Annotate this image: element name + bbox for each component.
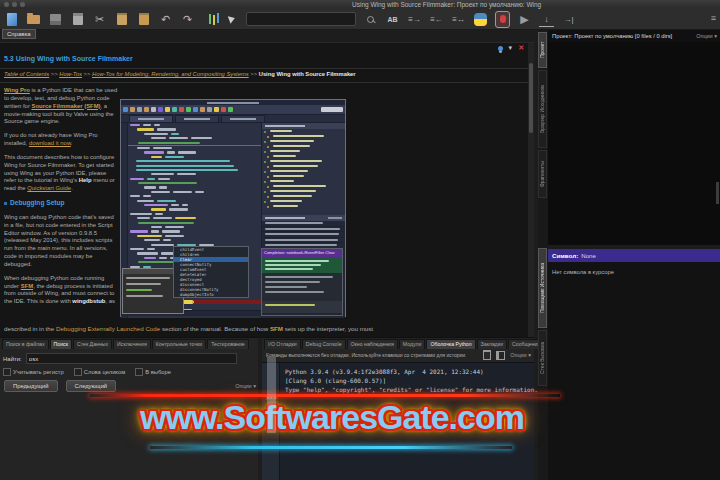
previous-button[interactable]: Предыдущий [4,380,58,392]
debug-to-cursor-icon[interactable]: ↓ [539,11,554,27]
python-shell-icon[interactable] [473,12,488,27]
next-button[interactable]: Следующий [66,380,117,392]
zoom-window-button[interactable] [20,2,25,7]
breadcrumb-link[interactable]: How-Tos [59,71,82,77]
toggle-whitespace-icon[interactable] [202,12,217,27]
checkbox-box[interactable] [74,368,82,376]
decor [191,137,212,139]
panel-tab[interactable]: Тестирование [207,339,249,349]
clear-shell-icon[interactable] [483,350,491,360]
save-icon[interactable] [48,12,63,27]
debug-external-link[interactable]: Debugging Externally Launched Code [56,325,160,332]
download-link[interactable]: download it now [29,140,71,146]
save-as-icon[interactable] [70,12,85,27]
decor [267,206,269,208]
decor [264,151,266,153]
project-header-text: Проект: Проект по умолчанию [0 files / 0… [548,33,696,39]
paste-icon[interactable] [136,12,151,27]
panel-tab[interactable]: Исключения [113,339,151,349]
bottom-left-tabs: Поиск в файлахПоискСтек ДанныхИсключения… [0,338,258,349]
decor [144,257,156,259]
decor [151,191,170,193]
panel-tab[interactable]: Модули [399,339,426,349]
decor [147,178,155,180]
toolbar-search-input[interactable] [246,12,356,26]
project-tree-area[interactable] [548,42,720,245]
panel-tab[interactable]: Debug Console [302,339,346,349]
document-tab-help[interactable]: Справка [2,29,36,39]
decor [154,124,160,126]
in-selection-checkbox[interactable]: В выборе [135,368,171,376]
decor [267,176,269,178]
panel-tab[interactable]: Закладки [477,339,507,349]
open-file-icon[interactable] [26,12,41,27]
close-icon[interactable]: ✕ [518,44,524,52]
quickstart-link[interactable]: Quickstart Guide [27,185,71,191]
watermark-cyan-line [150,446,512,449]
panel-tab[interactable]: Поиск в файлах [2,339,49,349]
sidebar-vtab-project[interactable]: Проект [538,32,547,68]
decor [265,260,329,262]
new-file-icon[interactable] [4,12,19,27]
search-icon[interactable] [363,12,378,27]
wing-pro-link[interactable]: Wing Pro [4,87,30,93]
redo-icon[interactable]: ↷ [180,12,195,27]
sfm-link[interactable]: SFM [270,325,283,332]
indent-left-icon[interactable]: ≡← [429,12,444,27]
panel-tab[interactable]: Контрольные точки [152,339,206,349]
decor [157,128,176,130]
whole-words-checkbox[interactable]: Слова целиком [74,368,125,376]
paragraph: This document describes how to configure… [4,154,118,193]
sfm-link[interactable]: Source Filmmaker (SFM) [32,103,101,109]
panel-tab[interactable]: Поиск [50,339,72,349]
decor [265,233,339,235]
mini-tab [129,115,173,122]
sidebar-vtab-call-stack[interactable]: Стек Вызовов [538,330,547,386]
panel-tab[interactable]: Оболочка Python [426,339,475,349]
sidebar-vtab-source-assistant[interactable]: Помощник Источника [538,248,547,328]
decor [264,171,266,173]
pointer-mode-icon[interactable] [224,12,239,27]
debug-stop-icon[interactable] [495,12,510,27]
checkbox-box[interactable] [3,368,11,376]
options-dropdown[interactable]: Опции ▾ [235,383,256,389]
panel-tab[interactable]: Стек Данных [73,339,112,349]
replace-icon[interactable]: AB [385,12,400,27]
toolbar-menu-icon[interactable]: ≡ [711,13,716,23]
cut-icon[interactable]: ✂ [92,12,107,27]
decor [130,213,152,215]
split-view-icon[interactable] [496,351,505,360]
sidebar-vtab-snippets[interactable]: Фрагменты [538,150,547,198]
minimize-window-button[interactable] [12,2,17,7]
pin-icon[interactable] [498,46,503,51]
options-dropdown[interactable]: Опции ▾ [510,352,531,358]
breadcrumb-link[interactable]: How-Tos for Modeling, Rendering, and Com… [92,71,249,77]
help-document-panel: ▾ ✕ 5.3 Using Wing with Source Filmmaker… [0,42,534,338]
undo-icon[interactable]: ↶ [158,12,173,27]
mini-tab [175,115,219,122]
decor [159,257,167,259]
panel-tab[interactable]: I/O Отладки [264,339,301,349]
mini-file-tree [262,129,345,215]
panel-tab[interactable]: Окно наблюдения [347,339,398,349]
find-input[interactable] [26,353,237,364]
checkbox-box[interactable] [135,368,143,376]
sidebar-vtab-source-browser[interactable]: Браузер Исходников [538,70,547,148]
match-case-checkbox[interactable]: Учитывать регистр [3,368,64,376]
sfm-link[interactable]: SFM [21,283,33,289]
divider [0,82,528,83]
decor [138,142,200,144]
indent-right-icon[interactable]: ≡→ [407,12,422,27]
breadcrumb-link[interactable]: Table of Contents [4,71,49,77]
indent-match-icon[interactable]: ≡↔ [451,12,466,27]
run-icon[interactable]: ▶ [517,12,532,27]
options-dropdown[interactable]: Опции ▾ [696,33,720,39]
doc-scrollbar[interactable] [528,43,534,338]
decor [130,124,140,126]
paragraph: Wing Pro is a Python IDE that can be use… [4,87,118,126]
chevron-down-icon[interactable]: ▾ [509,44,513,52]
step-into-icon[interactable]: →| [561,12,576,27]
close-window-button[interactable] [4,2,9,7]
copy-icon[interactable] [114,12,129,27]
sidebar-scrollbar[interactable] [716,182,719,204]
